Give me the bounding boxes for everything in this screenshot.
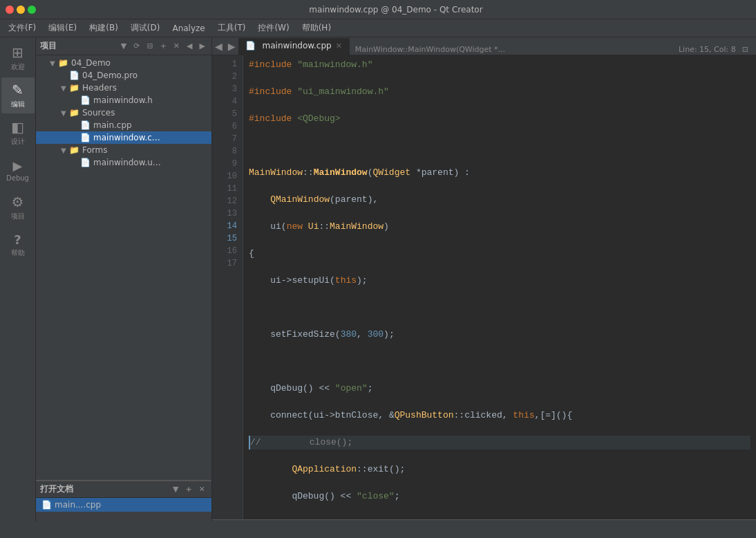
- tree-item-mainwindow-h[interactable]: 📄 mainwindow.h: [36, 94, 211, 106]
- code-line-5: MainWindow::MainWindow(QWidget *parent) …: [249, 166, 750, 180]
- tab-nav-next[interactable]: ▶: [225, 41, 238, 52]
- tree-item-sources[interactable]: ▼ 📁 Sources: [36, 106, 211, 119]
- toolbar-sync-btn[interactable]: ⟳: [131, 41, 142, 51]
- tree-label-mainwindow-h: mainwindow.h: [93, 95, 153, 105]
- tree-label-mainwindow-cpp: mainwindow.c…: [93, 133, 160, 142]
- tree-label-pro: 04_Demo.pro: [82, 71, 138, 80]
- code-line-2: #include "ui_mainwindow.h": [249, 85, 750, 99]
- toolbar-add-btn[interactable]: +: [158, 41, 169, 51]
- code-area: 1 2 3 4 5 6 7 8 9 10 11 12 13 14 15 16 1: [212, 55, 756, 519]
- editor-breadcrumb: MainWindow::MainWindow(QWidget *... Line…: [350, 44, 756, 55]
- menu-tools[interactable]: 工具(T): [212, 21, 252, 35]
- open-docs-panel: 打开文档 ▼ + ✕ 📄 main....cpp: [36, 480, 211, 521]
- sidebar-item-design[interactable]: ◧ 设计: [1, 115, 35, 151]
- open-docs-close[interactable]: ✕: [197, 484, 207, 494]
- sidebar-icons: ⊞ 欢迎 ✎ 编辑 ◧ 设计 ▶ Debug ⚙ 项目 ? 帮助: [0, 37, 36, 521]
- minimize-button[interactable]: [17, 6, 25, 14]
- file-icon-main: 📄: [80, 120, 91, 130]
- open-docs-item-main[interactable]: 📄 main....cpp: [36, 498, 211, 512]
- code-line-7: ui(new Ui::MainWindow): [249, 220, 750, 234]
- editor-area: ◀ ▶ 📄 mainwindow.cpp ✕ MainWindow::MainW…: [212, 37, 756, 519]
- help-icon: ?: [14, 232, 21, 247]
- tab-mainwindow-cpp[interactable]: 📄 mainwindow.cpp ✕: [238, 38, 350, 55]
- output-panel: 编译输出 ⊡ ✕ + − ▲ ✕ include -I/usr/bin/qt5.…: [212, 519, 756, 521]
- tree-item-04demo[interactable]: ▼ 📁 04_Demo: [36, 57, 211, 69]
- sidebar-label-help: 帮助: [11, 248, 25, 258]
- open-docs-filename: main....cpp: [55, 500, 101, 510]
- menu-file[interactable]: 文件(F): [3, 21, 41, 35]
- code-line-1: #include "mainwindow.h": [249, 58, 750, 72]
- file-icon-mainwindow-cpp: 📄: [80, 133, 91, 142]
- expand-icon[interactable]: ⊡: [740, 44, 750, 55]
- toolbar-nav-left[interactable]: ◀: [185, 41, 194, 51]
- line-numbers: 1 2 3 4 5 6 7 8 9 10 11 12 13 14 15 16 1: [212, 55, 243, 519]
- tab-nav-prev[interactable]: ◀: [212, 41, 225, 52]
- code-line-4: [249, 139, 750, 153]
- tab-label-mainwindow: mainwindow.cpp: [263, 41, 332, 50]
- open-docs-filter[interactable]: ▼: [171, 484, 180, 494]
- code-editor[interactable]: #include "mainwindow.h" #include "ui_mai…: [243, 55, 756, 519]
- code-line-13: qDebug() << "open";: [249, 382, 750, 396]
- tree-label-mainwindow-ui: mainwindow.u…: [93, 158, 161, 167]
- project-tree: ▼ 📁 04_Demo 📄 04_Demo.pro ▼ �: [36, 55, 211, 480]
- open-docs-add[interactable]: +: [184, 484, 194, 494]
- tree-item-mainwindow-ui[interactable]: 📄 mainwindow.u…: [36, 156, 211, 169]
- line-col-indicator: Line: 15, Col: 8: [679, 45, 736, 54]
- folder-icon-sources: 📁: [69, 108, 79, 118]
- tree-label-headers: Headers: [82, 83, 117, 93]
- toolbar-filter-btn[interactable]: ▼: [119, 41, 129, 51]
- folder-icon-headers: 📁: [69, 83, 79, 93]
- sidebar-item-edit[interactable]: ✎ 编辑: [1, 77, 35, 113]
- sidebar-label-welcome: 欢迎: [11, 62, 25, 72]
- debug-icon: ▶: [13, 158, 23, 173]
- sidebar-label-design: 设计: [11, 137, 25, 147]
- window-controls[interactable]: [6, 6, 36, 14]
- menu-edit[interactable]: 编辑(E): [43, 21, 82, 35]
- project-toolbar: 项目 ▼ ⟳ ⊟ + ✕ ◀ ▶: [36, 37, 211, 55]
- breadcrumb-text: MainWindow::MainWindow(QWidget *...: [355, 45, 513, 54]
- code-line-11: setFixedSize(380, 300);: [249, 328, 750, 342]
- code-line-15: // close();: [249, 436, 750, 449]
- code-line-10: [249, 301, 750, 315]
- tree-item-forms[interactable]: ▼ 📁 Forms: [36, 144, 211, 156]
- menu-controls[interactable]: 控件(W): [252, 21, 294, 35]
- tree-item-mainwindow-cpp[interactable]: 📄 mainwindow.c…: [36, 131, 211, 144]
- tree-label-main-cpp: main.cpp: [93, 120, 132, 130]
- tree-item-04demo-pro[interactable]: 📄 04_Demo.pro: [36, 69, 211, 82]
- menu-help[interactable]: 帮助(H): [296, 21, 337, 35]
- menu-analyze[interactable]: Analyze: [167, 22, 210, 35]
- toolbar-close-btn[interactable]: ✕: [171, 41, 182, 51]
- sidebar-item-projects[interactable]: ⚙ 项目: [1, 189, 35, 225]
- tree-label-04demo: 04_Demo: [71, 58, 111, 68]
- toolbar-collapse-btn[interactable]: ⊟: [144, 41, 155, 51]
- sidebar-item-debug[interactable]: ▶ Debug: [1, 152, 35, 188]
- sidebar-label-debug: Debug: [6, 174, 29, 182]
- toolbar-nav-right[interactable]: ▶: [198, 41, 207, 51]
- tree-item-headers[interactable]: ▼ 📁 Headers: [36, 82, 211, 94]
- menu-build[interactable]: 构建(B): [84, 21, 124, 35]
- code-line-17: qDebug() << "close";: [249, 490, 750, 503]
- maximize-button[interactable]: [28, 6, 36, 14]
- project-panel: 项目 ▼ ⟳ ⊟ + ✕ ◀ ▶ ▼ 📁 04_Demo: [36, 37, 211, 480]
- file-icon-h: 📄: [80, 95, 91, 105]
- open-docs-header: 打开文档 ▼ + ✕: [36, 481, 211, 498]
- menubar: 文件(F) 编辑(E) 构建(B) 调试(D) Analyze 工具(T) 控件…: [0, 19, 756, 37]
- code-line-16: QApplication::exit();: [249, 463, 750, 476]
- code-line-9: ui->setupUi(this);: [249, 274, 750, 288]
- left-panels: 项目 ▼ ⟳ ⊟ + ✕ ◀ ▶ ▼ 📁 04_Demo: [36, 37, 212, 521]
- menu-debug[interactable]: 调试(D): [125, 21, 166, 35]
- sidebar-label-projects: 项目: [11, 212, 25, 221]
- code-line-3: #include <QDebug>: [249, 112, 750, 126]
- tree-label-forms: Forms: [82, 145, 107, 155]
- projects-icon: ⚙: [12, 194, 24, 210]
- welcome-icon: ⊞: [12, 44, 23, 61]
- sidebar-item-welcome[interactable]: ⊞ 欢迎: [1, 40, 35, 76]
- tree-item-main-cpp[interactable]: 📄 main.cpp: [36, 119, 211, 131]
- tab-close-mainwindow[interactable]: ✕: [336, 41, 342, 50]
- code-line-8: {: [249, 247, 750, 261]
- sidebar-item-help[interactable]: ? 帮助: [1, 227, 35, 263]
- tab-file-icon: 📄: [245, 41, 256, 50]
- file-icon: 📄: [69, 71, 79, 80]
- close-button[interactable]: [6, 6, 14, 14]
- file-icon-open-docs: 📄: [41, 500, 52, 510]
